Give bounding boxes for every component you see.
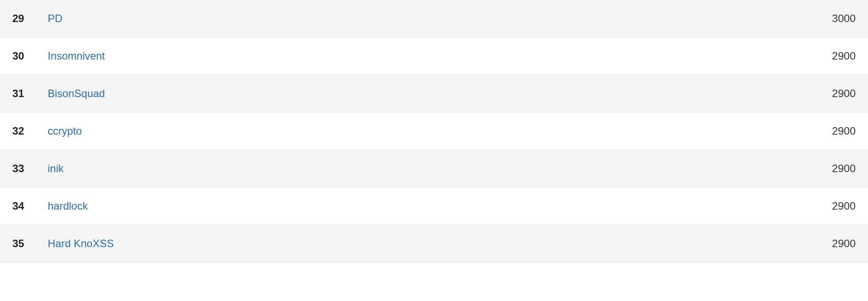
table-row: 31 BisonSquad 2900 [0, 75, 868, 113]
table-row: 29 PD 3000 [0, 0, 868, 38]
score-cell: 2900 [811, 125, 856, 137]
rank-cell: 30 [12, 50, 48, 62]
name-cell: hardlock [48, 200, 811, 212]
score-cell: 2900 [811, 162, 856, 175]
team-link[interactable]: hardlock [48, 200, 88, 212]
score-cell: 3000 [811, 12, 856, 25]
score-cell: 2900 [811, 50, 856, 62]
team-link[interactable]: ccrypto [48, 125, 82, 137]
name-cell: BisonSquad [48, 87, 811, 100]
table-row: 32 ccrypto 2900 [0, 113, 868, 150]
score-cell: 2900 [811, 87, 856, 100]
rank-cell: 31 [12, 87, 48, 100]
team-link[interactable]: Hard KnoXSS [48, 237, 114, 249]
rank-cell: 29 [12, 12, 48, 25]
leaderboard-table: 29 PD 3000 30 Insomnivent 2900 31 BisonS… [0, 0, 868, 263]
name-cell: ccrypto [48, 125, 811, 137]
team-link[interactable]: Insomnivent [48, 50, 105, 62]
name-cell: PD [48, 12, 811, 25]
name-cell: inik [48, 162, 811, 175]
table-row: 35 Hard KnoXSS 2900 [0, 225, 868, 263]
team-link[interactable]: inik [48, 162, 64, 174]
name-cell: Insomnivent [48, 50, 811, 62]
table-row: 33 inik 2900 [0, 150, 868, 188]
team-link[interactable]: BisonSquad [48, 87, 105, 99]
team-link[interactable]: PD [48, 12, 62, 24]
table-row: 30 Insomnivent 2900 [0, 38, 868, 75]
rank-cell: 32 [12, 125, 48, 137]
table-row: 34 hardlock 2900 [0, 188, 868, 225]
score-cell: 2900 [811, 200, 856, 212]
name-cell: Hard KnoXSS [48, 237, 811, 250]
rank-cell: 33 [12, 162, 48, 175]
rank-cell: 35 [12, 237, 48, 250]
rank-cell: 34 [12, 200, 48, 212]
score-cell: 2900 [811, 237, 856, 250]
